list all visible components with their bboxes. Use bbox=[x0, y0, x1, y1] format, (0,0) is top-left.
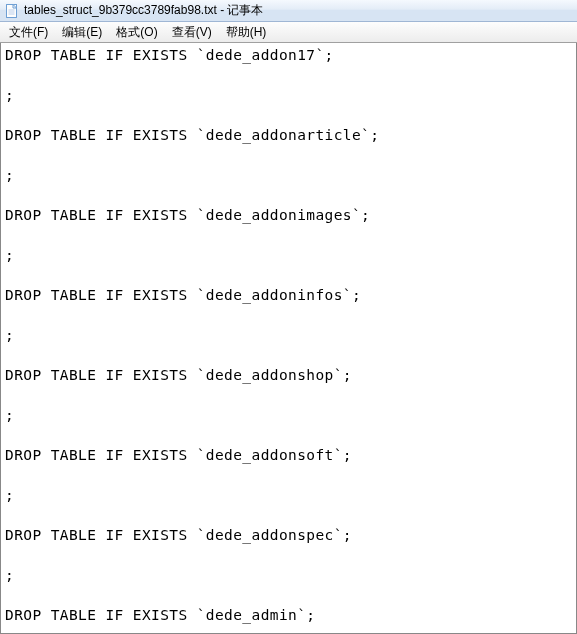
title-appname: 记事本 bbox=[227, 3, 263, 17]
menu-file[interactable]: 文件(F) bbox=[2, 22, 55, 43]
menu-format[interactable]: 格式(O) bbox=[109, 22, 164, 43]
menu-help[interactable]: 帮助(H) bbox=[219, 22, 274, 43]
title-filename: tables_struct_9b379cc3789fab98.txt bbox=[24, 3, 217, 17]
text-editor[interactable]: DROP TABLE IF EXISTS `dede_addon17`; ; D… bbox=[1, 43, 576, 633]
title-sep: - bbox=[217, 3, 228, 17]
editor-frame: DROP TABLE IF EXISTS `dede_addon17`; ; D… bbox=[0, 43, 577, 634]
menu-view[interactable]: 查看(V) bbox=[165, 22, 219, 43]
menubar: 文件(F) 编辑(E) 格式(O) 查看(V) 帮助(H) bbox=[0, 22, 577, 43]
titlebar[interactable]: tables_struct_9b379cc3789fab98.txt - 记事本 bbox=[0, 0, 577, 22]
menu-edit[interactable]: 编辑(E) bbox=[55, 22, 109, 43]
notepad-icon bbox=[4, 3, 20, 19]
notepad-window: tables_struct_9b379cc3789fab98.txt - 记事本… bbox=[0, 0, 577, 634]
window-title: tables_struct_9b379cc3789fab98.txt - 记事本 bbox=[24, 2, 263, 19]
